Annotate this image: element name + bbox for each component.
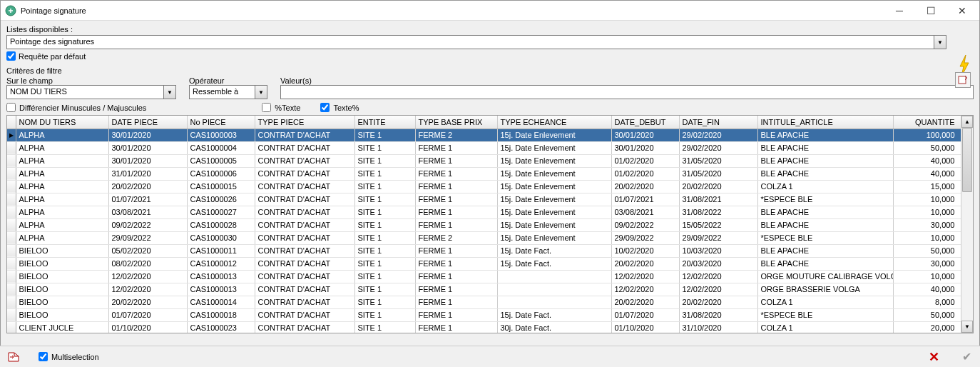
table-row[interactable]: CLIENT JUCLE01/10/2020CAS1000023CONTRAT …: [7, 321, 961, 333]
table-cell: ALPHA: [16, 167, 108, 180]
table-cell: CAS1000023: [187, 321, 255, 333]
table-cell: ALPHA: [16, 193, 108, 206]
table-cell: CAS1000028: [187, 218, 255, 231]
column-header[interactable]: No PIECE: [187, 116, 255, 129]
table-cell: CONTRAT D'ACHAT: [255, 296, 354, 308]
table-row[interactable]: ALPHA03/08/2021CAS1000027CONTRAT D'ACHAT…: [7, 206, 961, 218]
column-header[interactable]: DATE PIECE: [108, 116, 187, 129]
table-cell: [497, 283, 611, 296]
table-cell: SITE 1: [354, 308, 415, 321]
table-cell: BLE APACHE: [757, 129, 893, 141]
close-button[interactable]: ✕: [946, 1, 978, 20]
column-header[interactable]: NOM DU TIERS: [16, 116, 108, 129]
column-header[interactable]: INTITULE_ARTICLE: [757, 116, 893, 129]
diff-case-input[interactable]: [6, 103, 16, 112]
texte-pct-checkbox[interactable]: Texte%: [320, 103, 359, 112]
table-cell: FERME 1: [415, 283, 497, 296]
column-header[interactable]: DATE_FIN: [679, 116, 757, 129]
scroll-down-button[interactable]: ▼: [961, 321, 973, 333]
table-cell: 12/02/2020: [611, 270, 679, 283]
minimize-button[interactable]: ─: [884, 1, 915, 20]
scroll-track[interactable]: [961, 128, 973, 321]
table-row[interactable]: BIELOO08/02/2020CAS1000012CONTRAT D'ACHA…: [7, 257, 961, 270]
table-row[interactable]: BIELOO05/02/2020CAS1000011CONTRAT D'ACHA…: [7, 244, 961, 257]
pct-texte-input[interactable]: [262, 103, 271, 112]
table-cell: CAS1000030: [187, 231, 255, 244]
pct-texte-label: %Texte: [275, 104, 300, 112]
table-cell: 29/09/2022: [108, 231, 187, 244]
table-cell: FERME 1: [415, 180, 497, 193]
table-row[interactable]: ALPHA09/02/2022CAS1000028CONTRAT D'ACHAT…: [7, 218, 961, 231]
table-cell: SITE 1: [354, 218, 415, 231]
table-row[interactable]: ALPHA31/01/2020CAS1000006CONTRAT D'ACHAT…: [7, 167, 961, 180]
scroll-up-button[interactable]: ▲: [961, 116, 973, 128]
table-cell: 50,000: [893, 244, 961, 257]
table-cell: CONTRAT D'ACHAT: [255, 270, 354, 283]
table-cell: 31/08/2021: [679, 193, 757, 206]
scroll-thumb[interactable]: [962, 128, 972, 192]
table-cell: CONTRAT D'ACHAT: [255, 283, 354, 296]
column-header[interactable]: TYPE PIECE: [255, 116, 354, 129]
table-row[interactable]: BIELOO20/02/2020CAS1000014CONTRAT D'ACHA…: [7, 296, 961, 308]
multiselection-input[interactable]: [39, 352, 48, 361]
table-cell: SITE 1: [354, 270, 415, 283]
data-grid[interactable]: NOM DU TIERSDATE PIECENo PIECETYPE PIECE…: [6, 115, 974, 333]
valeurs-input[interactable]: [280, 85, 974, 99]
column-header[interactable]: TYPE BASE PRIX: [415, 116, 497, 129]
table-row[interactable]: ALPHA30/01/2020CAS1000004CONTRAT D'ACHAT…: [7, 141, 961, 154]
table-cell: CAS1000013: [187, 270, 255, 283]
chevron-down-icon[interactable]: ▼: [163, 86, 175, 99]
table-cell: 100,000: [893, 129, 961, 141]
pct-texte-checkbox[interactable]: %Texte: [262, 103, 300, 112]
multiselection-checkbox[interactable]: Multiselection: [39, 352, 99, 361]
requete-defaut-input[interactable]: [6, 51, 16, 61]
operateur-combo[interactable]: Ressemble à ▼: [189, 85, 267, 99]
table-cell: 05/02/2020: [108, 244, 187, 257]
requete-defaut-checkbox[interactable]: Requête par défaut: [6, 51, 974, 61]
table-row[interactable]: BIELOO12/02/2020CAS1000013CONTRAT D'ACHA…: [7, 270, 961, 283]
table-cell: 15j. Date Enlevement: [497, 193, 611, 206]
table-cell: 20/02/2020: [679, 180, 757, 193]
table-cell: 8,000: [893, 296, 961, 308]
column-header[interactable]: TYPE ECHEANCE: [497, 116, 611, 129]
table-row[interactable]: ALPHA01/07/2021CAS1000026CONTRAT D'ACHAT…: [7, 193, 961, 206]
table-row[interactable]: BIELOO12/02/2020CAS1000013CONTRAT D'ACHA…: [7, 283, 961, 296]
table-row[interactable]: ALPHA30/01/2020CAS1000005CONTRAT D'ACHAT…: [7, 154, 961, 167]
table-cell: 30j. Date Fact.: [497, 321, 611, 333]
preset-button[interactable]: [955, 72, 971, 88]
column-header[interactable]: ENTITE: [354, 116, 415, 129]
table-cell: 01/07/2021: [611, 193, 679, 206]
table-cell: 03/08/2021: [611, 206, 679, 218]
table-cell: 15j. Date Enlevement: [497, 218, 611, 231]
cancel-button[interactable]: ✕: [926, 349, 941, 365]
export-button[interactable]: [6, 349, 21, 365]
table-cell: 12/02/2020: [611, 283, 679, 296]
table-row[interactable]: ALPHA30/01/2020CAS1000003CONTRAT D'ACHAT…: [7, 129, 961, 141]
column-header[interactable]: DATE_DEBUT: [611, 116, 679, 129]
table-cell: 15j. Date Enlevement: [497, 167, 611, 180]
table-row[interactable]: ALPHA20/02/2020CAS1000015CONTRAT D'ACHAT…: [7, 180, 961, 193]
listes-combo[interactable]: Pointage des signatures ▼: [6, 35, 946, 49]
table-cell: CONTRAT D'ACHAT: [255, 244, 354, 257]
table-cell: BIELOO: [16, 296, 108, 308]
table-cell: CAS1000027: [187, 206, 255, 218]
champ-combo[interactable]: NOM DU TIERS ▼: [6, 85, 176, 99]
texte-pct-input[interactable]: [320, 103, 330, 112]
confirm-button[interactable]: ✔: [959, 349, 974, 365]
table-row[interactable]: BIELOO01/07/2020CAS1000018CONTRAT D'ACHA…: [7, 308, 961, 321]
table-cell: 15j. Date Fact.: [497, 244, 611, 257]
table-row[interactable]: ALPHA29/09/2022CAS1000030CONTRAT D'ACHAT…: [7, 231, 961, 244]
table-cell: CONTRAT D'ACHAT: [255, 206, 354, 218]
column-header[interactable]: QUANTITE: [893, 116, 961, 129]
chevron-down-icon[interactable]: ▼: [934, 36, 946, 49]
diff-case-checkbox[interactable]: Différencier Minuscules / Majuscules: [6, 103, 146, 112]
vertical-scrollbar[interactable]: ▲ ▼: [961, 116, 973, 333]
chevron-down-icon[interactable]: ▼: [255, 86, 267, 99]
listes-combo-text: Pointage des signatures: [7, 36, 934, 49]
table-cell: 31/01/2020: [108, 167, 187, 180]
maximize-button[interactable]: ☐: [915, 1, 946, 20]
table-cell: CONTRAT D'ACHAT: [255, 141, 354, 154]
table-cell: 01/10/2020: [108, 321, 187, 333]
table-cell: SITE 1: [354, 129, 415, 141]
listes-label: Listes disponibles :: [6, 25, 974, 34]
